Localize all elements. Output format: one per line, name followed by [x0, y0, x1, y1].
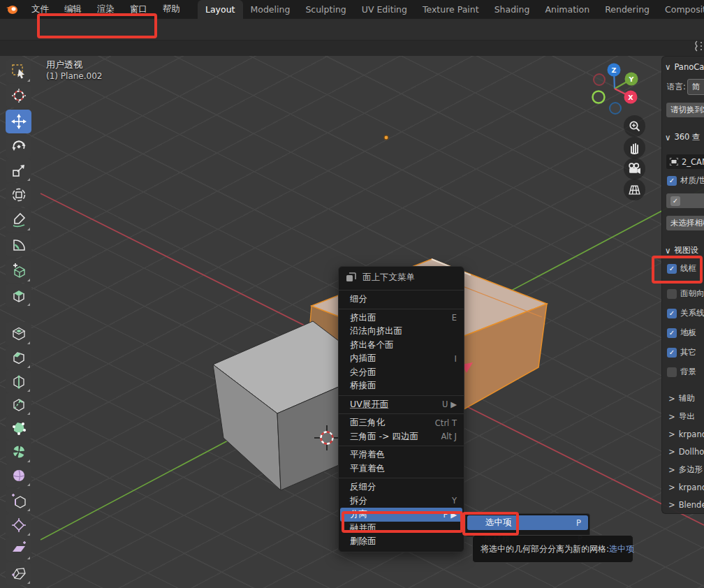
rotate-tool[interactable] — [6, 135, 31, 159]
tab-animation[interactable]: Animation — [537, 0, 597, 19]
rip-region-tool[interactable] — [6, 561, 31, 585]
switch-button[interactable]: 请切换到对 — [666, 103, 704, 117]
menu-item-tris-to-quads[interactable]: 三角面 -> 四边面Alt J — [339, 430, 464, 444]
select-box-tool[interactable] — [6, 59, 31, 83]
gray-checkbox-row[interactable]: ✓ — [666, 193, 704, 208]
material-world-checkbox[interactable]: ✓ 材质/世界 — [667, 175, 704, 186]
zoom-icon[interactable] — [624, 115, 645, 137]
section-assist[interactable]: >辅助 — [668, 393, 695, 404]
extrude-region-tool[interactable] — [6, 284, 31, 307]
menu-separator — [339, 290, 464, 291]
loop-cut-tool[interactable] — [6, 369, 31, 393]
context-menu-header: 面上下文菜单 — [339, 267, 464, 288]
section-dollhouse[interactable]: >Dollhou — [668, 447, 704, 457]
menu-item-dissolve-faces[interactable]: 融并面 — [339, 522, 464, 536]
section-blender[interactable]: >Blende — [668, 500, 704, 510]
gizmo-z-label: Z — [612, 66, 617, 74]
poly-build-tool[interactable] — [6, 416, 31, 440]
gizmo-neg-x-axis[interactable] — [594, 74, 605, 85]
topbar: 文件 编辑 渲染 窗口 帮助 Layout Modeling Sculpting… — [0, 0, 704, 19]
menu-item-poke-faces[interactable]: 尖分面 — [339, 366, 464, 380]
menu-item-inset-faces[interactable]: 内插面I — [339, 352, 464, 366]
gizmo-neg-z-axis[interactable] — [610, 103, 621, 114]
tab-compositing[interactable]: Compositing — [657, 0, 704, 19]
menu-item-triangulate[interactable]: 面三角化Ctrl T — [339, 416, 464, 430]
blender-logo-icon[interactable] — [0, 5, 24, 15]
menu-separator — [339, 309, 464, 309]
checkbox-checked-icon[interactable]: ✓ — [667, 176, 677, 186]
tab-uv-editing[interactable]: UV Editing — [354, 0, 415, 19]
annotate-tool[interactable] — [6, 208, 31, 232]
tab-shading[interactable]: Shading — [487, 0, 538, 19]
menu-item-delete-faces[interactable]: 删除面 — [339, 535, 464, 549]
menu-item-uv-unwrap[interactable]: UV展开面U ▶ — [339, 398, 464, 412]
tab-modeling[interactable]: Modeling — [243, 0, 298, 19]
navigation-gizmo[interactable]: Z Y X — [584, 59, 648, 119]
knife-tool[interactable] — [6, 392, 31, 416]
scale-tool[interactable] — [6, 159, 31, 182]
measure-tool[interactable] — [6, 233, 31, 256]
sidebar-section-panocam[interactable]: ∨PanoCama — [665, 62, 704, 72]
menu-file[interactable]: 文件 — [24, 0, 57, 19]
pan-hand-icon[interactable] — [624, 137, 645, 159]
tab-sculpting[interactable]: Sculpting — [298, 0, 353, 19]
active-object-label: (1) Plane.002 — [46, 71, 102, 81]
floor-checkbox[interactable]: ✓地板 — [667, 328, 696, 338]
camera-view-icon[interactable] — [624, 158, 645, 179]
spin-tool[interactable] — [6, 440, 31, 464]
gizmo-neg-y-axis[interactable] — [593, 91, 605, 103]
section-polygon[interactable]: >多边形 — [668, 464, 703, 475]
menu-help[interactable]: 帮助 — [155, 0, 188, 19]
cursor-tool[interactable] — [6, 84, 31, 108]
sidebar-section-view-settings[interactable]: ∨视图设 — [665, 245, 698, 256]
transform-tool[interactable] — [6, 183, 31, 207]
face-orientation-checkbox[interactable]: 面朝向 — [667, 288, 704, 299]
shrink-fatten-tool[interactable] — [6, 513, 31, 537]
wireframe-checkbox[interactable]: ✓线框 — [667, 263, 696, 274]
shear-tool[interactable] — [6, 537, 31, 561]
menu-item-subdivide[interactable]: 细分 — [339, 293, 464, 307]
checkbox-gray-icon[interactable]: ✓ — [670, 196, 680, 206]
no-camera-button[interactable]: 未选择相机 — [666, 216, 704, 230]
menu-window[interactable]: 窗口 — [122, 0, 155, 19]
other-checkbox[interactable]: ✓其它 — [667, 347, 696, 358]
separate-submenu: 选中项P 按材质P — [465, 513, 590, 537]
menu-item-split[interactable]: 拆分Y — [339, 494, 464, 508]
bevel-tool[interactable] — [6, 346, 31, 369]
tab-rendering[interactable]: Rendering — [597, 0, 657, 19]
relationship-lines-checkbox[interactable]: ✓关系线 — [667, 308, 704, 318]
section-export[interactable]: >导出 — [668, 411, 695, 422]
section-krpano[interactable]: >krpano — [668, 429, 704, 439]
edge-slide-tool[interactable] — [6, 489, 31, 513]
menu-separator — [339, 446, 464, 446]
section-krpano-2[interactable]: >krpano — [668, 483, 704, 492]
add-cube-tool[interactable] — [6, 259, 31, 283]
gizmo-x-label: X — [628, 94, 633, 101]
menu-item-separate[interactable]: 分离P ▶ — [340, 508, 462, 522]
tab-texture-paint[interactable]: Texture Paint — [415, 0, 487, 19]
menu-item-extrude-faces[interactable]: 挤出面E — [339, 311, 464, 325]
menu-item-extrude-individual[interactable]: 挤出各个面 — [339, 339, 464, 353]
inset-faces-tool[interactable] — [6, 322, 31, 346]
tab-layout[interactable]: Layout — [198, 0, 243, 19]
camera-field[interactable]: 2_CAM — [666, 154, 704, 169]
background-checkbox[interactable]: 背景 — [667, 367, 696, 377]
menu-render[interactable]: 渲染 — [89, 0, 122, 19]
menu-separator — [339, 478, 464, 478]
view-perspective-label: 用户透视 — [46, 59, 82, 71]
menu-item-extrude-along-normals[interactable]: 沿法向挤出面 — [339, 325, 464, 339]
submenu-item-selection[interactable]: 选中项P — [467, 515, 588, 530]
language-dropdown[interactable]: 简 — [687, 79, 704, 95]
menu-edit[interactable]: 编辑 — [57, 0, 89, 19]
menu-item-unsubdivide[interactable]: 反细分 — [339, 480, 464, 494]
menu-item-shade-smooth[interactable]: 平滑着色 — [339, 448, 464, 462]
perspective-grid-icon[interactable] — [624, 179, 645, 200]
sidebar-section-360[interactable]: ∨360 查 — [665, 132, 701, 142]
menu-separator — [339, 413, 464, 414]
partially-visible-icon[interactable] — [693, 40, 704, 52]
menu-item-shade-flat[interactable]: 平直着色 — [339, 462, 464, 476]
smooth-tool[interactable] — [6, 464, 31, 487]
separate-tooltip: 将选中的几何部分分离为新的网格: 选中项 — [472, 535, 633, 563]
menu-item-bridge-faces[interactable]: 桥接面 — [339, 379, 464, 393]
move-tool[interactable] — [6, 110, 31, 133]
